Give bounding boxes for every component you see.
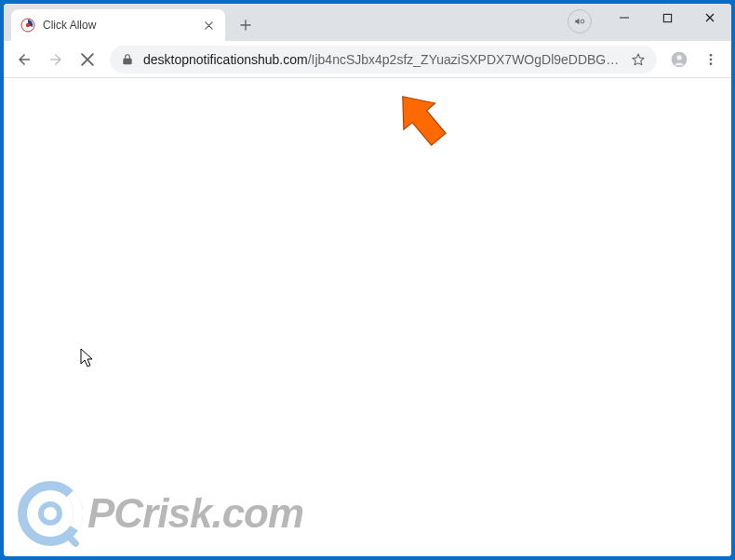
watermark-logo-icon	[17, 480, 84, 547]
media-control-button[interactable]	[568, 9, 592, 33]
toolbar-right	[664, 45, 726, 74]
toolbar: desktopnotificationshub.com/Ijb4ncSJbx4p…	[4, 41, 731, 78]
url-domain: desktopnotificationshub.com	[143, 52, 308, 67]
svg-point-1	[26, 23, 30, 27]
url-path: /Ijb4ncSJbx4p2sfz_ZYuaziSXPDX7WOgDl9eDDB…	[308, 52, 621, 67]
titlebar: Click Allow	[4, 4, 731, 41]
outer-frame: Click Allow	[0, 0, 735, 560]
window-close-button[interactable]	[688, 4, 731, 32]
svg-point-11	[41, 504, 60, 523]
svg-point-8	[710, 62, 713, 65]
browser-window: Click Allow	[4, 4, 731, 556]
page-content: PCrisk.com	[4, 78, 731, 556]
menu-button[interactable]	[696, 45, 726, 74]
bookmark-button[interactable]	[631, 52, 646, 67]
browser-tab[interactable]: Click Allow	[11, 9, 225, 41]
back-button[interactable]	[9, 45, 39, 74]
tab-close-button[interactable]	[201, 18, 216, 33]
window-controls	[603, 4, 731, 33]
mouse-cursor-icon	[80, 348, 95, 368]
new-tab-button[interactable]	[233, 12, 259, 38]
url-text: desktopnotificationshub.com/Ijb4ncSJbx4p…	[143, 52, 621, 67]
minimize-button[interactable]	[603, 4, 646, 32]
profile-button[interactable]	[664, 45, 694, 74]
tab-favicon	[20, 18, 35, 33]
svg-point-6	[710, 54, 713, 57]
stop-reload-button[interactable]	[73, 45, 102, 74]
maximize-button[interactable]	[646, 4, 688, 32]
svg-point-5	[676, 55, 681, 60]
watermark-text: PCrisk.com	[87, 490, 303, 537]
svg-point-2	[581, 20, 584, 23]
watermark: PCrisk.com	[17, 480, 303, 547]
svg-rect-3	[663, 14, 671, 21]
lock-icon	[121, 53, 134, 66]
annotation-arrow-icon	[394, 87, 450, 153]
address-bar[interactable]: desktopnotificationshub.com/Ijb4ncSJbx4p…	[110, 46, 657, 73]
forward-button[interactable]	[41, 45, 71, 74]
tab-title: Click Allow	[43, 19, 194, 32]
svg-point-7	[710, 58, 713, 60]
